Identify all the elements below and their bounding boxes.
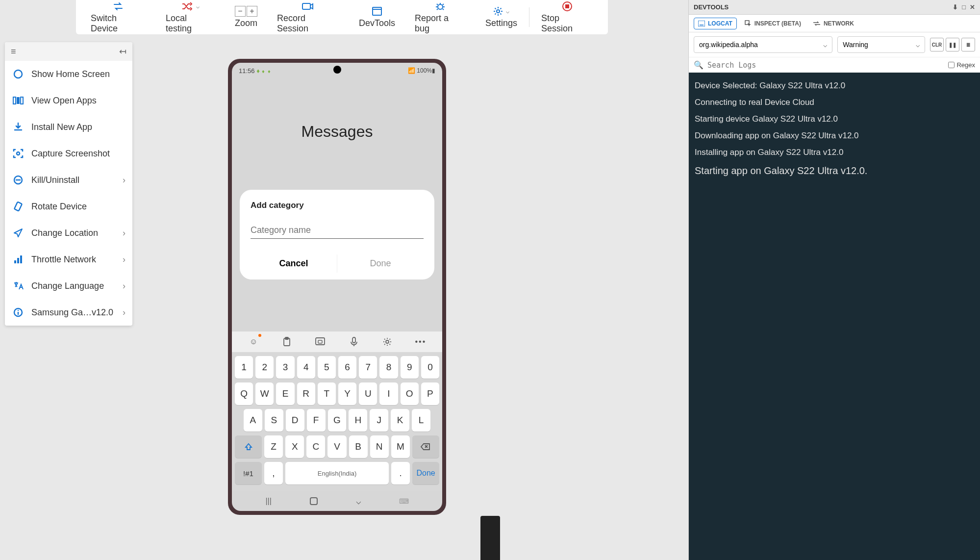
key-s[interactable]: S [265, 409, 283, 432]
period-key[interactable]: . [391, 462, 410, 484]
zoom-in-button[interactable]: + [247, 6, 257, 17]
download-icon[interactable]: ⬇ [953, 3, 958, 11]
key-5[interactable]: 5 [318, 356, 336, 379]
key-t[interactable]: T [318, 382, 336, 405]
sidebar-item-open-apps[interactable]: View Open Apps [5, 87, 132, 114]
key-4[interactable]: 4 [297, 356, 315, 379]
svg-point-11 [17, 152, 20, 155]
done-button[interactable]: Done [337, 255, 424, 273]
pause-button[interactable]: ❚❚ [946, 38, 959, 51]
mic-icon[interactable] [347, 335, 361, 349]
device-screen[interactable]: 11:56 ♦ ⬧ ⬧ 📶 100%▮ Messages Add categor… [232, 63, 442, 511]
backspace-key[interactable] [412, 435, 439, 458]
keyboard-switch-nav[interactable]: ⌨ [399, 497, 409, 505]
log-level-select[interactable]: Warning ⌵ [837, 36, 925, 53]
key-l[interactable]: L [412, 409, 430, 432]
sidebar-item-home-screen[interactable]: Show Home Screen [5, 61, 132, 87]
close-icon[interactable]: ✕ [970, 3, 975, 11]
status-time: 11:56 ♦ ⬧ ⬧ [239, 67, 271, 75]
key-1[interactable]: 1 [235, 356, 253, 379]
key-h[interactable]: H [349, 409, 367, 432]
back-nav[interactable]: ⌵ [356, 496, 361, 507]
collapse-icon[interactable]: ↤ [119, 46, 126, 57]
key-n[interactable]: N [370, 435, 389, 458]
key-x[interactable]: X [285, 435, 304, 458]
log-output[interactable]: Device Selected: Galaxy S22 Ultra v12.0C… [689, 73, 980, 560]
symbols-key[interactable]: !#1 [235, 462, 262, 484]
key-k[interactable]: K [391, 409, 409, 432]
comma-key[interactable]: , [264, 462, 283, 484]
category-name-input[interactable] [251, 222, 424, 239]
sidebar-item-kill-uninstall[interactable]: Kill/Uninstall › [5, 167, 132, 193]
key-w[interactable]: W [255, 382, 274, 405]
key-7[interactable]: 7 [359, 356, 377, 379]
sidebar-item-install-app[interactable]: Install New App [5, 114, 132, 140]
key-q[interactable]: Q [235, 382, 253, 405]
svg-rect-0 [302, 3, 310, 9]
bars-icon [12, 255, 25, 264]
key-d[interactable]: D [286, 409, 304, 432]
key-g[interactable]: G [328, 409, 347, 432]
key-o[interactable]: O [401, 382, 419, 405]
stop-session-button[interactable]: Stop Session [531, 0, 603, 36]
gear-icon[interactable] [380, 335, 394, 349]
keyboard-done-key[interactable]: Done [412, 462, 439, 484]
regex-checkbox[interactable]: Regex [948, 61, 975, 69]
report-bug-button[interactable]: Report a bug [405, 0, 476, 36]
key-j[interactable]: J [370, 409, 388, 432]
more-icon[interactable]: ••• [414, 335, 427, 349]
clipboard-icon[interactable] [280, 335, 294, 349]
gif-icon[interactable] [313, 335, 327, 349]
sidebar-item-device-info[interactable]: Samsung Ga…v12.0 › [5, 299, 132, 326]
zoom-out-button[interactable]: − [235, 6, 246, 17]
tab-network[interactable]: NETWORK [809, 18, 858, 29]
key-m[interactable]: M [391, 435, 410, 458]
sidebar-item-screenshot[interactable]: Capture Screenshot [5, 140, 132, 167]
key-a[interactable]: A [244, 409, 262, 432]
devtools-controls: org.wikipedia.alpha ⌵ Warning ⌵ CLR ❚❚ ≣ [689, 32, 980, 57]
devtools-button[interactable]: DevTools [349, 4, 405, 30]
key-9[interactable]: 9 [401, 356, 419, 379]
key-c[interactable]: C [306, 435, 325, 458]
settings-button[interactable]: ⌵ Settings [476, 4, 527, 30]
scroll-bottom-button[interactable]: ≣ [961, 38, 975, 51]
chevron-down-icon: ⌵ [823, 41, 827, 49]
log-search-input[interactable] [707, 61, 944, 70]
key-u[interactable]: U [359, 382, 377, 405]
key-b[interactable]: B [349, 435, 368, 458]
key-v[interactable]: V [327, 435, 346, 458]
sidebar-item-location[interactable]: Change Location › [5, 220, 132, 246]
key-0[interactable]: 0 [421, 356, 439, 379]
menu-icon[interactable]: ≡ [11, 47, 16, 57]
key-y[interactable]: Y [338, 382, 356, 405]
clear-button[interactable]: CLR [930, 38, 944, 51]
zoom-button[interactable]: − + Zoom [225, 4, 267, 30]
maximize-icon[interactable]: □ [962, 3, 966, 11]
logcat-icon [698, 21, 705, 26]
key-8[interactable]: 8 [379, 356, 398, 379]
key-z[interactable]: Z [264, 435, 283, 458]
sidebar-item-rotate[interactable]: Rotate Device [5, 193, 132, 220]
package-select[interactable]: org.wikipedia.alpha ⌵ [694, 36, 832, 53]
sidebar-item-language[interactable]: Change Language › [5, 273, 132, 299]
key-i[interactable]: I [379, 382, 398, 405]
cancel-button[interactable]: Cancel [251, 255, 337, 273]
home-nav[interactable] [309, 497, 318, 506]
switch-device-button[interactable]: Switch Device [81, 0, 156, 36]
tab-inspect[interactable]: INSPECT (BETA) [741, 18, 805, 29]
sidebar-item-throttle[interactable]: Throttle Network › [5, 246, 132, 273]
space-key[interactable]: English(India) [285, 462, 389, 484]
record-session-button[interactable]: Record Session [267, 0, 349, 36]
key-r[interactable]: R [297, 382, 315, 405]
local-testing-button[interactable]: ⌵ Local testing [156, 0, 225, 36]
key-p[interactable]: P [421, 382, 439, 405]
key-6[interactable]: 6 [338, 356, 356, 379]
recents-nav[interactable]: ||| [265, 497, 271, 506]
shift-key[interactable] [235, 435, 262, 458]
emoji-icon[interactable]: ☺ [247, 335, 260, 349]
tab-logcat[interactable]: LOGCAT [694, 18, 737, 29]
key-f[interactable]: F [307, 409, 326, 432]
key-e[interactable]: E [276, 382, 294, 405]
key-2[interactable]: 2 [255, 356, 274, 379]
key-3[interactable]: 3 [276, 356, 294, 379]
